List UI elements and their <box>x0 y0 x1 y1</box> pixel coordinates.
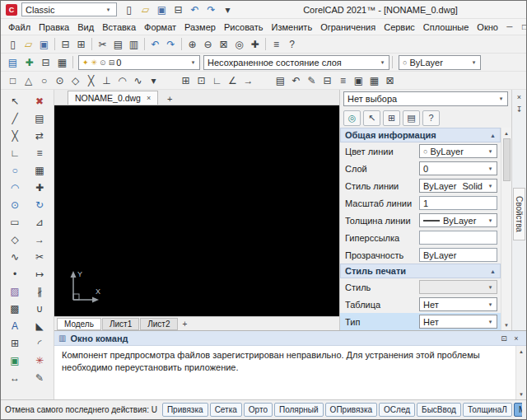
sheet-tab-list1[interactable]: Лист1 <box>102 318 139 330</box>
sheet-tab-model[interactable]: Модель <box>57 318 101 330</box>
deselect-icon[interactable]: ◎ <box>343 110 361 126</box>
save-drawing-icon[interactable]: ▣ <box>154 2 170 17</box>
workspace-selector[interactable]: Classic ▾ <box>21 2 117 16</box>
grid-toggle-icon[interactable]: ⊞ <box>178 73 194 88</box>
print-icon[interactable]: ⊟ <box>170 2 186 17</box>
dimension-icon[interactable]: ↔ <box>4 369 26 386</box>
layer-settings-icon[interactable]: ▦ <box>54 55 70 70</box>
xref-manager-icon[interactable]: ▣ <box>351 73 366 88</box>
match-properties-icon[interactable]: ✎ <box>304 73 319 88</box>
arc-icon[interactable]: ◠ <box>4 179 26 196</box>
erase-icon[interactable]: ✖ <box>29 92 50 110</box>
status-grid-button[interactable]: Сетка <box>210 403 242 417</box>
section-header-general[interactable]: Общая информация ▲ <box>340 128 501 142</box>
selection-combo[interactable]: Нет выбора ▾ <box>343 91 508 106</box>
esnap-perpendicular-icon[interactable]: ⊥ <box>99 73 114 88</box>
quick-select-icon[interactable]: ⊞ <box>383 110 400 126</box>
table-icon[interactable]: ⊞ <box>4 334 26 352</box>
menu-solids[interactable]: Сплошные <box>419 21 473 34</box>
menu-tools[interactable]: Сервис <box>380 21 419 34</box>
properties-palette-tab[interactable]: Свойства <box>513 188 525 240</box>
make-layer-current-icon[interactable]: ▤ <box>273 73 288 88</box>
break-icon[interactable]: ∦ <box>29 282 50 300</box>
redo-icon[interactable]: ↷ <box>203 2 219 17</box>
join-icon[interactable]: ∪ <box>29 300 50 317</box>
scrollbar-thumb[interactable] <box>503 138 511 181</box>
chamfer-icon[interactable]: ◣ <box>29 317 50 334</box>
explode-icon[interactable]: ✳ <box>29 352 50 369</box>
line-scale-input[interactable]: 1 <box>419 196 497 210</box>
menu-format[interactable]: Формат <box>140 21 180 34</box>
zoom-in-icon[interactable]: ⊕ <box>184 37 200 52</box>
new-document-tab-button[interactable]: + <box>162 92 177 105</box>
status-polar-button[interactable]: Полярный <box>274 403 324 417</box>
region-icon[interactable]: ▩ <box>4 300 26 317</box>
print-preview-icon[interactable]: ⊞ <box>73 37 89 52</box>
menu-constraints[interactable]: Ограничения <box>316 21 380 34</box>
extend-icon[interactable]: ↦ <box>29 265 50 282</box>
clean-screen-icon[interactable]: ⊠ <box>382 73 398 88</box>
dock-command-window-icon[interactable]: ⊡ <box>498 333 510 344</box>
new-drawing-icon[interactable]: ▯ <box>5 37 21 52</box>
etrack-toggle-icon[interactable]: → <box>240 73 256 88</box>
scroll-up-icon[interactable]: ▲ <box>516 346 527 357</box>
text-icon[interactable]: A <box>4 317 26 334</box>
new-layer-icon[interactable]: ✚ <box>21 55 37 70</box>
menu-insert[interactable]: Вставка <box>98 21 140 34</box>
pattern-array-icon[interactable]: ▦ <box>29 161 50 179</box>
esnap-settings-icon[interactable]: ▾ <box>146 73 161 88</box>
layer-frozen-icon[interactable]: ✳ <box>91 58 98 67</box>
copy-entities-icon[interactable]: ▤ <box>29 110 50 127</box>
ellipse-icon[interactable]: ⊙ <box>4 196 26 213</box>
layer-print-icon[interactable]: ⊟ <box>38 55 54 70</box>
lineweight-display-icon[interactable]: ≡ <box>335 73 351 88</box>
menu-draw[interactable]: Рисовать <box>220 21 268 34</box>
auto-hide-pin-icon[interactable]: ↧ <box>514 104 525 115</box>
copy-icon[interactable]: ▤ <box>110 37 126 52</box>
menu-edit[interactable]: Правка <box>35 21 73 34</box>
cut-icon[interactable]: ✂ <box>95 37 110 52</box>
transparency-input[interactable]: ByLayer <box>419 248 497 262</box>
polygon-icon[interactable]: ◇ <box>4 231 26 248</box>
print-style-combo[interactable]: ▾ <box>419 280 497 294</box>
close-tab-icon[interactable]: × <box>147 94 151 102</box>
esnap-endpoint-icon[interactable]: □ <box>5 73 21 88</box>
rectangle-icon[interactable]: ▭ <box>4 213 26 231</box>
offset-icon[interactable]: ≡ <box>29 144 50 161</box>
customize-quick-access-icon[interactable]: ▾ <box>220 2 236 17</box>
menu-modify[interactable]: Изменить <box>268 21 317 34</box>
polar-toggle-icon[interactable]: ∠ <box>225 73 240 88</box>
esnap-quadrant-icon[interactable]: ◇ <box>68 73 83 88</box>
layers-manager-icon[interactable]: ▤ <box>5 55 21 70</box>
layer-lock-icon[interactable]: ⊙ <box>100 58 106 67</box>
open-drawing-icon[interactable]: ▱ <box>21 37 36 52</box>
snap-toggle-icon[interactable]: ⊡ <box>194 73 209 88</box>
esnap-tangent-icon[interactable]: ◠ <box>114 73 130 88</box>
select-icon[interactable]: ↖ <box>4 92 26 110</box>
line-icon[interactable]: ╱ <box>4 110 26 127</box>
layer-print-state-icon[interactable]: ⊟ <box>109 58 115 67</box>
help-icon[interactable]: ? <box>422 110 440 126</box>
esnap-node-icon[interactable]: ⊙ <box>52 73 68 88</box>
save-drawing-icon[interactable]: ▣ <box>36 37 52 52</box>
restore-button[interactable]: □ <box>517 21 527 34</box>
status-etrack-button[interactable]: ОСлед <box>379 403 415 417</box>
close-palette-icon[interactable]: × <box>514 91 525 103</box>
point-icon[interactable]: • <box>4 265 26 282</box>
status-lineweight-button[interactable]: ТолщинаЛ <box>463 403 512 417</box>
new-drawing-icon[interactable]: ▯ <box>121 2 137 17</box>
print-icon[interactable]: ⊟ <box>58 37 73 52</box>
redo-icon[interactable]: ↷ <box>163 37 179 52</box>
hatch-icon[interactable]: ▨ <box>4 282 26 300</box>
open-drawing-icon[interactable]: ▱ <box>138 2 153 17</box>
rotate-icon[interactable]: ↻ <box>29 196 50 213</box>
document-tab[interactable]: NONAME_0.dwg × <box>68 91 158 105</box>
undo-icon[interactable]: ↶ <box>187 2 203 17</box>
esnap-intersection-icon[interactable]: ╳ <box>83 73 99 88</box>
hyperlink-input[interactable] <box>419 231 497 245</box>
properties-icon[interactable]: ≡ <box>268 37 284 52</box>
zoom-out-icon[interactable]: ⊖ <box>200 37 216 52</box>
pan-icon[interactable]: ✚ <box>247 37 263 52</box>
plot-style-icon[interactable]: ⊟ <box>319 73 335 88</box>
trim-icon[interactable]: ✂ <box>29 248 50 265</box>
